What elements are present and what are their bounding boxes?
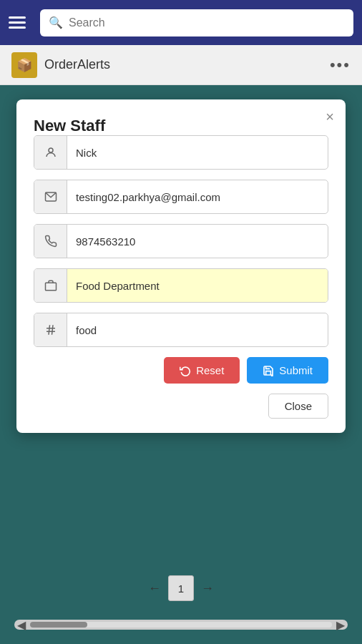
scroll-thumb[interactable] — [30, 622, 87, 628]
svg-rect-2 — [45, 283, 56, 291]
page-number: 1 — [168, 575, 194, 601]
modal-close-button[interactable]: × — [326, 109, 334, 124]
search-bar[interactable]: 🔍 — [40, 9, 353, 36]
email-icon — [34, 180, 67, 213]
department-field — [34, 268, 328, 303]
phone-icon — [34, 225, 67, 258]
search-input[interactable] — [69, 16, 345, 29]
menu-icon[interactable] — [9, 16, 31, 29]
reset-label: Reset — [196, 364, 224, 376]
prev-page-button[interactable]: ← — [148, 581, 161, 596]
header: 🔍 — [0, 0, 362, 45]
app-bar-left: 📦 OrderAlerts — [11, 52, 110, 78]
svg-point-0 — [49, 148, 53, 152]
scroll-track — [30, 622, 332, 628]
close-button[interactable]: Close — [268, 394, 328, 419]
new-staff-modal: New Staff × — [16, 99, 346, 433]
tag-icon — [34, 313, 67, 346]
department-input[interactable] — [67, 269, 328, 302]
horizontal-scrollbar[interactable]: ◀ ▶ — [14, 620, 348, 630]
search-icon: 🔍 — [49, 16, 63, 29]
email-input[interactable] — [67, 180, 328, 213]
submit-button[interactable]: Submit — [247, 357, 328, 384]
tag-field — [34, 313, 328, 347]
background-content: New Staff × — [0, 85, 362, 644]
submit-label: Submit — [279, 364, 313, 376]
name-field — [34, 135, 328, 170]
phone-field — [34, 224, 328, 258]
reset-button[interactable]: Reset — [164, 357, 240, 384]
tag-input[interactable] — [67, 313, 328, 346]
modal-overlay: New Staff × — [0, 85, 362, 644]
svg-line-5 — [49, 325, 50, 335]
svg-line-6 — [52, 325, 53, 335]
phone-input[interactable] — [67, 225, 328, 258]
modal-title: New Staff — [34, 117, 105, 135]
person-icon — [34, 136, 67, 169]
pagination-bar: ← 1 → — [0, 575, 362, 601]
scroll-right-button[interactable]: ▶ — [336, 618, 345, 632]
close-row: Close — [34, 394, 328, 419]
department-icon — [34, 269, 67, 302]
name-input[interactable] — [67, 136, 328, 169]
scroll-left-button[interactable]: ◀ — [17, 618, 26, 632]
action-buttons: Reset Submit — [34, 357, 328, 384]
more-options-icon[interactable]: ••• — [330, 56, 351, 74]
app-bar: 📦 OrderAlerts ••• — [0, 45, 362, 85]
app-title: OrderAlerts — [44, 57, 110, 72]
next-page-button[interactable]: → — [201, 581, 214, 596]
app-icon: 📦 — [11, 52, 37, 78]
email-field — [34, 180, 328, 214]
